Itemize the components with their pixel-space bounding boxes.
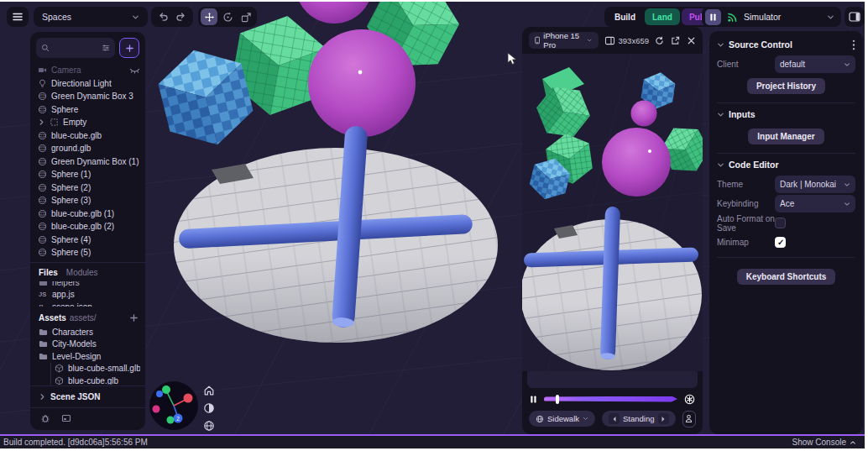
theme-dropdown[interactable]: Dark | Monokai (775, 176, 855, 193)
gizmo-axis-green2[interactable] (167, 417, 175, 424)
pose-next-button[interactable] (658, 413, 669, 424)
debug-bug-icon[interactable] (40, 413, 50, 423)
workspace-selector[interactable]: Spaces (34, 7, 148, 27)
globe-icon[interactable] (203, 420, 215, 432)
file-list: helpers JS app.js {} scene.json (30, 281, 145, 307)
tree-item[interactable]: blue-cube.glb (1) (38, 207, 140, 221)
tree-item[interactable]: Sphere (3) (38, 194, 140, 207)
add-asset-icon[interactable] (129, 313, 139, 323)
gizmo-axis-red[interactable] (184, 394, 193, 403)
rotate-device-icon[interactable] (604, 36, 615, 45)
tree-item[interactable]: Sphere (2) (38, 181, 140, 195)
scrubber-handle[interactable] (556, 395, 559, 404)
folder-row[interactable]: Characters (39, 326, 140, 338)
move-icon (204, 12, 215, 23)
scene-json-section[interactable]: Scene JSON (30, 387, 145, 406)
add-entity-button[interactable] (119, 38, 139, 58)
refresh-icon[interactable] (655, 36, 664, 45)
folder-row[interactable]: City-Models (39, 338, 140, 351)
tab-modules[interactable]: Modules (66, 268, 98, 277)
build-status-message: Build completed. [d9dc06a]5:56:56 PM (3, 438, 148, 447)
arrow-right-icon (661, 416, 666, 422)
undo-icon[interactable] (159, 12, 169, 22)
tree-item[interactable]: blue-cube.glb (38, 129, 140, 143)
gizmo-axis-blue2[interactable] (156, 391, 163, 397)
tree-item-empty[interactable]: Empty (38, 116, 140, 129)
tree-item[interactable]: Sphere (4) (38, 233, 140, 247)
code-editor-header[interactable]: Code Editor (717, 155, 855, 175)
pause-button[interactable] (705, 9, 721, 25)
magenta-sphere[interactable] (308, 29, 416, 137)
object-icon (38, 209, 47, 218)
file-row[interactable]: helpers (39, 281, 140, 288)
filter-icon[interactable] (102, 44, 110, 52)
tree-item[interactable]: blue-cube.glb (2) (38, 220, 140, 233)
tree-item-camera[interactable]: Camera (38, 64, 140, 77)
walk-mode-dropdown[interactable]: Sidewalk (529, 411, 595, 427)
tree-item[interactable]: ground.glb (38, 142, 140, 155)
gizmo-axis-magenta[interactable] (153, 406, 160, 413)
folder-open-icon (39, 352, 48, 361)
minimap-checkbox[interactable] (775, 237, 786, 248)
simulator-viewport[interactable] (522, 54, 703, 364)
move-tool-button[interactable] (201, 8, 217, 25)
theme-moon-icon[interactable] (203, 402, 215, 414)
magenta-sphere-small[interactable] (631, 101, 657, 127)
tab-files[interactable]: Files (39, 268, 58, 277)
globe-icon (536, 415, 544, 423)
search-input[interactable] (53, 43, 98, 54)
more-options-icon[interactable] (852, 39, 855, 50)
redo-icon[interactable] (175, 12, 186, 22)
gizmo-axis-green[interactable] (162, 385, 170, 394)
theme-row: Theme Dark | Monokai (717, 175, 855, 194)
avatar-pose-button[interactable] (682, 411, 696, 427)
keyboard-shortcuts-button[interactable]: Keyboard Shortcuts (737, 269, 836, 285)
project-history-button[interactable]: Project History (747, 78, 825, 94)
device-selector[interactable]: iPhone 15 Pro (529, 32, 599, 49)
tree-item[interactable]: Green Dynamic Box 3 (38, 90, 140, 103)
simulator-label[interactable]: Simulator (744, 12, 781, 22)
tab-land[interactable]: Land (645, 8, 680, 25)
phone-icon (535, 35, 540, 45)
tree-item[interactable]: Green Dynamic Box (1) (38, 155, 140, 169)
input-manager-button[interactable]: Input Manager (748, 128, 824, 144)
tab-build[interactable]: Build (607, 8, 643, 25)
chevron-right-icon[interactable] (38, 118, 45, 126)
source-control-header[interactable]: Source Control (717, 34, 855, 55)
scene-hierarchy: Camera Directional Light Green Dynamic B… (30, 62, 145, 261)
tree-item[interactable]: Sphere (5) (38, 246, 140, 260)
open-external-icon[interactable] (671, 36, 680, 45)
folder-row-expanded[interactable]: Level-Design (39, 350, 140, 363)
tree-item[interactable]: Sphere (38, 103, 140, 117)
tree-item[interactable]: Sphere (1) (38, 168, 140, 181)
file-row-appjs[interactable]: JS app.js (39, 288, 140, 301)
tree-item[interactable]: Directional Light (38, 77, 140, 91)
inputs-header[interactable]: Inputs (717, 104, 855, 124)
auto-format-checkbox[interactable] (775, 218, 786, 228)
hidden-eye-icon[interactable] (129, 66, 140, 75)
chevron-down-icon[interactable] (827, 13, 834, 21)
close-icon[interactable] (687, 36, 696, 45)
keybinding-dropdown[interactable]: Ace (775, 195, 855, 212)
asset-row[interactable]: blue-cube.glb (55, 375, 140, 385)
simulator-header: iPhone 15 Pro 393x659 (522, 27, 703, 54)
magenta-sphere-large[interactable] (602, 128, 671, 197)
rotate-tool-button[interactable] (219, 8, 236, 25)
panel-toggle-button[interactable] (844, 7, 865, 27)
show-console-toggle[interactable]: Show Console (792, 438, 856, 447)
timeline-scrubber[interactable] (544, 396, 677, 402)
magenta-sphere-partial[interactable] (295, 2, 373, 24)
orientation-gizmo[interactable]: 2 (148, 380, 200, 435)
divider (30, 262, 145, 263)
pose-prev-button[interactable] (609, 413, 620, 424)
scale-tool-button[interactable] (238, 8, 254, 25)
playback-pause-icon[interactable] (530, 395, 537, 404)
chevron-down-icon (717, 161, 724, 169)
effects-settings-icon[interactable] (684, 394, 695, 405)
menu-button[interactable] (7, 7, 29, 27)
home-icon[interactable] (203, 385, 215, 396)
client-dropdown[interactable]: default (775, 55, 855, 73)
asset-row[interactable]: blue-cube-small.glb (55, 363, 140, 375)
file-row-scenejson[interactable]: {} scene.json (39, 301, 140, 307)
frame-icon[interactable] (61, 413, 71, 423)
